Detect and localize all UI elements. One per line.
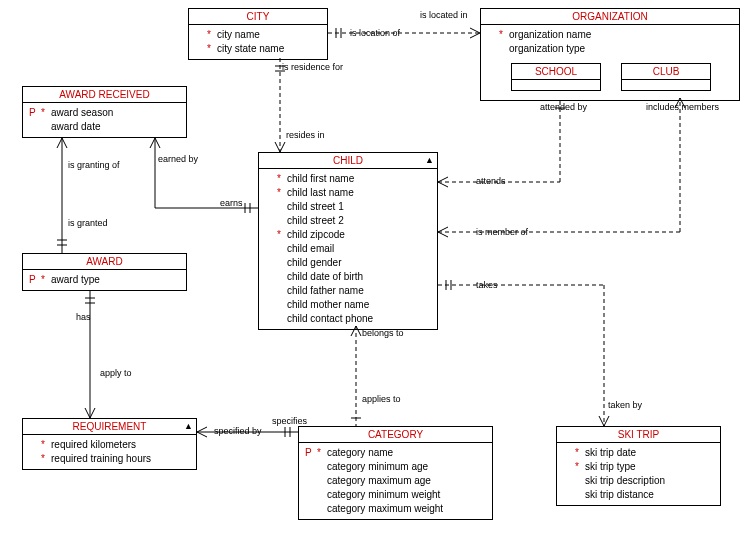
attr-row: child date of birth <box>265 270 431 284</box>
attr-row: category maximum age <box>305 474 486 488</box>
attr-row: award date <box>29 120 180 134</box>
rel-is-residence-for: is residence for <box>282 62 343 72</box>
entity-child-title: CHILD <box>333 155 363 166</box>
attr-row: category minimum age <box>305 460 486 474</box>
entity-award-received-body: P*award season award date <box>23 103 186 137</box>
rel-is-located-in: is located in <box>420 10 468 20</box>
entity-award-received-header: AWARD RECEIVED <box>23 87 186 103</box>
svg-point-28 <box>353 409 359 415</box>
subtype-school: SCHOOL <box>511 63 601 91</box>
entity-category-title: CATEGORY <box>368 429 423 440</box>
entity-award-received-title: AWARD RECEIVED <box>59 89 149 100</box>
entity-award-title: AWARD <box>86 256 122 267</box>
attr-row: *child zipcode <box>265 228 431 242</box>
attr-row: *ski trip date <box>563 446 714 460</box>
rel-resides-in: resides in <box>286 130 325 140</box>
attr-row: child gender <box>265 256 431 270</box>
rel-attended-by: attended by <box>540 102 587 112</box>
entity-award: AWARD P*award type <box>22 253 187 291</box>
subtype-school-title: SCHOOL <box>512 64 600 80</box>
attr-row: child street 1 <box>265 200 431 214</box>
entity-city-header: CITY <box>189 9 327 25</box>
attr-row: organization type <box>487 42 733 56</box>
svg-point-9 <box>59 149 65 155</box>
entity-ski-trip-header: SKI TRIP <box>557 427 720 443</box>
attr-row: P*award season <box>29 106 180 120</box>
entity-ski-trip-title: SKI TRIP <box>618 429 660 440</box>
entity-award-body: P*award type <box>23 270 186 290</box>
entity-city-body: *city name *city state name <box>189 25 327 59</box>
attr-row: *required training hours <box>29 452 190 466</box>
attr-row: *city state name <box>195 42 321 56</box>
rel-taken-by: taken by <box>608 400 642 410</box>
entity-city: CITY *city name *city state name <box>188 8 328 60</box>
attr-row: ski trip description <box>563 474 714 488</box>
attr-row: *ski trip type <box>563 460 714 474</box>
rel-takes: takes <box>476 280 498 290</box>
svg-point-31 <box>449 179 455 185</box>
entity-organization: ORGANIZATION *organization name organiza… <box>480 8 740 101</box>
attr-row: child mother name <box>265 298 431 312</box>
attr-row: *child last name <box>265 186 431 200</box>
entity-category-body: P*category name category minimum age cat… <box>299 443 492 519</box>
entity-child-body: *child first name *child last name child… <box>259 169 437 329</box>
entity-organization-header: ORGANIZATION <box>481 9 739 25</box>
attr-row: child contact phone <box>265 312 431 326</box>
entity-award-received: AWARD RECEIVED P*award season award date <box>22 86 187 138</box>
svg-point-26 <box>353 337 359 343</box>
rel-attends: attends <box>476 176 506 186</box>
attr-row: *required kilometers <box>29 438 190 452</box>
attr-row: ski trip distance <box>563 488 714 502</box>
entity-organization-title: ORGANIZATION <box>572 11 647 22</box>
rel-includes-members: includes members <box>646 102 719 112</box>
svg-point-20 <box>87 401 93 407</box>
entity-ski-trip: SKI TRIP *ski trip date *ski trip type s… <box>556 426 721 506</box>
entity-organization-body: *organization name organization type SCH… <box>481 25 739 100</box>
rel-is-location-of: is location of <box>350 28 400 38</box>
subtype-club-title: CLUB <box>622 64 710 80</box>
rel-apply-to: apply to <box>100 368 132 378</box>
attr-row: *child first name <box>265 172 431 186</box>
rel-is-granting-of: is granting of <box>68 160 120 170</box>
rel-is-member-of: is member of <box>476 227 528 237</box>
rel-has: has <box>76 312 91 322</box>
entity-requirement: REQUIREMENT ▲ *required kilometers *requ… <box>22 418 197 470</box>
entity-category-header: CATEGORY <box>299 427 492 443</box>
subtype-club: CLUB <box>621 63 711 91</box>
entity-child: CHILD ▲ *child first name *child last na… <box>258 152 438 330</box>
entity-award-header: AWARD <box>23 254 186 270</box>
entity-child-header: CHILD ▲ <box>259 153 437 169</box>
rel-earned-by: earned by <box>158 154 198 164</box>
svg-point-36 <box>449 229 455 235</box>
arrow-icon: ▲ <box>184 421 193 431</box>
attr-row: child father name <box>265 284 431 298</box>
entity-category: CATEGORY P*category name category minimu… <box>298 426 493 520</box>
attr-row: category maximum weight <box>305 502 486 516</box>
attr-row: *city name <box>195 28 321 42</box>
rel-belongs-to: belongs to <box>362 328 404 338</box>
svg-point-42 <box>601 409 607 415</box>
rel-specifies: specifies <box>272 416 307 426</box>
entity-requirement-title: REQUIREMENT <box>73 421 147 432</box>
svg-point-5 <box>277 135 283 141</box>
svg-point-1 <box>463 30 469 36</box>
arrow-icon: ▲ <box>425 155 434 165</box>
attr-row: category minimum weight <box>305 488 486 502</box>
rel-specified-by: specified by <box>214 426 262 436</box>
entity-requirement-body: *required kilometers *required training … <box>23 435 196 469</box>
attr-row: P*category name <box>305 446 486 460</box>
rel-earns: earns <box>220 198 243 208</box>
attr-row: child email <box>265 242 431 256</box>
entity-city-title: CITY <box>247 11 270 22</box>
rel-is-granted: is granted <box>68 218 108 228</box>
attr-row: P*award type <box>29 273 180 287</box>
entity-requirement-header: REQUIREMENT ▲ <box>23 419 196 435</box>
attr-row: *organization name <box>487 28 733 42</box>
entity-ski-trip-body: *ski trip date *ski trip type ski trip d… <box>557 443 720 505</box>
rel-applies-to: applies to <box>362 394 401 404</box>
attr-row: child street 2 <box>265 214 431 228</box>
